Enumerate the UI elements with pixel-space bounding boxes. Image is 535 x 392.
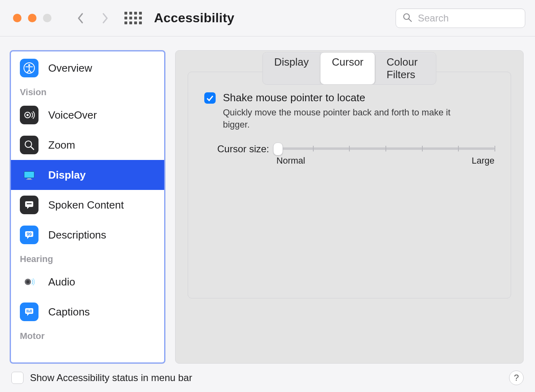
display-icon xyxy=(20,166,39,184)
audio-icon xyxy=(20,273,39,291)
close-window-button[interactable] xyxy=(13,14,21,22)
svg-rect-21 xyxy=(26,310,29,311)
sidebar-item-label: VoiceOver xyxy=(48,109,97,121)
shake-to-locate-checkbox[interactable] xyxy=(204,92,216,104)
sidebar-item-audio[interactable]: Audio xyxy=(11,267,164,297)
svg-text:99: 99 xyxy=(27,232,32,236)
window-controls xyxy=(13,14,51,22)
search-field[interactable] xyxy=(396,9,525,28)
forward-button[interactable] xyxy=(98,11,112,26)
tab-display[interactable]: Display xyxy=(263,53,321,84)
minimize-window-button[interactable] xyxy=(28,14,36,22)
back-button[interactable] xyxy=(73,11,88,26)
main-panel: Display Cursor Colour Filters Shake mous… xyxy=(175,50,524,364)
shake-to-locate-description: Quickly move the mouse pointer back and … xyxy=(223,107,466,130)
settings-group: Shake mouse pointer to locate Quickly mo… xyxy=(188,72,511,298)
svg-rect-9 xyxy=(27,178,31,179)
sidebar-item-label: Captions xyxy=(48,306,90,318)
captions-icon xyxy=(20,303,39,321)
sidebar-item-display[interactable]: Display xyxy=(11,160,164,190)
sidebar-item-captions[interactable]: Captions xyxy=(11,297,164,327)
tab-cursor[interactable]: Cursor xyxy=(321,53,375,84)
svg-rect-10 xyxy=(26,179,32,179)
zoom-icon xyxy=(20,136,39,154)
sidebar-section-hearing: Hearing xyxy=(11,250,164,267)
svg-rect-23 xyxy=(26,311,32,312)
footer: Show Accessibility status in menu bar ? xyxy=(0,364,535,392)
spoken-content-icon xyxy=(20,196,39,214)
sidebar-item-label: Descriptions xyxy=(48,229,106,241)
cursor-size-max-label: Large xyxy=(472,156,494,166)
sidebar-item-label: Zoom xyxy=(48,139,75,151)
accessibility-icon xyxy=(20,59,39,77)
svg-point-18 xyxy=(26,280,30,283)
sidebar-item-zoom[interactable]: Zoom xyxy=(11,130,164,160)
sidebar-item-voiceover[interactable]: VoiceOver xyxy=(11,100,164,130)
cursor-size-label: Cursor size: xyxy=(217,143,269,155)
svg-marker-20 xyxy=(27,313,30,316)
zoom-window-button[interactable] xyxy=(43,14,51,22)
tab-colour-filters[interactable]: Colour Filters xyxy=(375,53,436,84)
voiceover-icon xyxy=(20,106,39,124)
show-status-menubar-checkbox[interactable] xyxy=(11,372,24,384)
svg-rect-22 xyxy=(30,310,32,311)
sidebar-item-label: Audio xyxy=(48,276,75,288)
window-title: Accessibility xyxy=(154,11,234,26)
tab-bar: Display Cursor Colour Filters xyxy=(263,52,437,85)
svg-line-1 xyxy=(409,19,412,21)
show-all-button[interactable] xyxy=(124,12,142,24)
shake-to-locate-label: Shake mouse pointer to locate xyxy=(223,92,466,104)
help-button[interactable]: ? xyxy=(509,371,524,385)
svg-marker-15 xyxy=(27,236,30,239)
descriptions-icon: 99 xyxy=(20,226,39,244)
sidebar-item-label: Display xyxy=(48,169,86,181)
titlebar: Accessibility xyxy=(0,0,535,36)
sidebar: Overview Vision VoiceOver Zoom Display xyxy=(10,50,165,364)
sidebar-section-vision: Vision xyxy=(11,83,164,100)
cursor-size-min-label: Normal xyxy=(276,156,305,166)
cursor-size-slider-knob[interactable] xyxy=(273,143,283,156)
sidebar-item-label: Spoken Content xyxy=(48,199,124,211)
svg-rect-8 xyxy=(24,172,34,178)
svg-point-5 xyxy=(26,114,28,116)
sidebar-item-label: Overview xyxy=(48,62,92,75)
sidebar-item-descriptions[interactable]: 99 Descriptions xyxy=(11,220,164,250)
svg-marker-12 xyxy=(27,206,30,209)
sidebar-item-spoken-content[interactable]: Spoken Content xyxy=(11,190,164,220)
cursor-size-slider[interactable] xyxy=(276,147,494,150)
svg-rect-19 xyxy=(25,308,33,314)
sidebar-section-motor: Motor xyxy=(11,327,164,344)
search-icon xyxy=(402,13,412,24)
show-status-menubar-label: Show Accessibility status in menu bar xyxy=(30,372,192,383)
svg-rect-13 xyxy=(27,203,32,204)
svg-line-7 xyxy=(31,147,34,149)
search-input[interactable] xyxy=(417,12,518,24)
sidebar-item-overview[interactable]: Overview xyxy=(11,53,164,83)
svg-point-3 xyxy=(28,64,30,66)
